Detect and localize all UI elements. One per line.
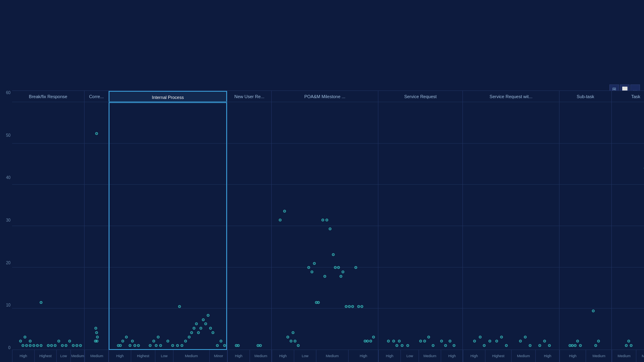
col-group: Service Request wit...HighHighestMediumH… — [463, 91, 559, 362]
grid-line — [612, 267, 644, 267]
data-dot — [21, 344, 24, 347]
grid-line — [612, 143, 644, 144]
data-dot — [453, 344, 456, 347]
grid-line — [272, 226, 378, 226]
grid-line — [85, 102, 108, 102]
data-dot — [192, 327, 195, 330]
col-header-poam-milestone[interactable]: POA&M Milestone ... — [272, 91, 378, 102]
data-dot — [354, 266, 357, 269]
grid-line — [612, 308, 644, 309]
grid-line — [272, 102, 378, 102]
x-label: High — [463, 350, 485, 362]
data-dot — [39, 301, 42, 304]
data-dot — [444, 344, 447, 347]
x-label: Medium — [586, 350, 612, 362]
data-dot — [351, 305, 354, 308]
data-dot — [283, 210, 286, 213]
x-label: Medium — [70, 350, 85, 362]
data-dot — [184, 340, 187, 343]
x-labels-row: Medium — [85, 350, 108, 362]
grid-line — [378, 143, 462, 144]
data-dot — [321, 219, 324, 222]
data-dot — [387, 340, 390, 343]
col-header-sub-task[interactable]: Sub-task — [559, 91, 611, 102]
y-axis: 0102030405060 — [0, 90, 12, 350]
data-dot — [625, 344, 627, 347]
col-body-service-request-wit: HighHighestMediumHigh — [463, 102, 559, 362]
data-dot — [548, 344, 551, 347]
data-dot — [237, 344, 240, 347]
data-dot — [32, 344, 35, 347]
x-label: High — [348, 350, 378, 362]
x-label: High — [12, 350, 34, 362]
x-label: Highest — [485, 350, 511, 362]
x-labels-row: HighMedium — [227, 350, 271, 362]
data-dot — [427, 335, 430, 338]
grid-line — [109, 308, 227, 309]
x-label: Highest — [34, 350, 56, 362]
x-label: Medium — [85, 350, 109, 362]
data-dot — [308, 266, 310, 269]
data-dot — [149, 344, 151, 347]
data-dot — [332, 253, 335, 256]
data-dot — [167, 340, 169, 343]
col-header-corre[interactable]: Corre... — [85, 91, 108, 102]
data-dot — [313, 262, 316, 265]
data-dot — [95, 327, 97, 330]
data-dot — [627, 340, 630, 343]
x-label: Medium — [316, 350, 348, 362]
x-labels-row: HighHighestMediumHigh — [463, 350, 559, 362]
data-dot — [54, 344, 57, 347]
col-body-poam-milestone: HighLowMediumHigh — [272, 102, 378, 362]
col-header-service-request-wit[interactable]: Service Request wit... — [463, 91, 559, 102]
grid-line — [109, 102, 227, 102]
col-header-internal-process[interactable]: Internal Process — [109, 91, 227, 102]
y-label: 10 — [2, 303, 10, 307]
data-dot — [157, 335, 160, 338]
grid-line — [109, 143, 227, 144]
grid-line — [227, 308, 271, 309]
data-dot — [96, 335, 99, 338]
y-label: 30 — [2, 218, 10, 222]
grid-line — [272, 143, 378, 144]
data-dot — [39, 344, 42, 347]
col-header-service-request[interactable]: Service Request — [378, 91, 462, 102]
data-dot — [398, 340, 401, 343]
data-dot — [178, 305, 181, 308]
data-dot — [576, 340, 579, 343]
x-label: Low — [155, 350, 173, 362]
data-dot — [473, 340, 476, 343]
data-dot — [200, 327, 202, 330]
data-dot — [431, 344, 434, 347]
grid-line — [109, 267, 227, 267]
data-dot — [479, 335, 482, 338]
col-header-task[interactable]: Task — [612, 91, 644, 102]
data-dot — [29, 344, 31, 347]
data-dot — [131, 340, 134, 343]
col-header-break-fix[interactable]: Break/fix Response — [12, 91, 84, 102]
x-labels-row: HighHighestLowMediumMinor — [109, 350, 227, 362]
data-dot — [155, 344, 157, 347]
data-dot — [324, 275, 326, 278]
col-body-internal-process: HighHighestLowMediumMinor — [109, 102, 227, 362]
col-group: TaskMediumMedium — [612, 91, 644, 362]
data-dot — [279, 219, 282, 222]
col-header-new-user-req[interactable]: New User Re... — [227, 91, 271, 102]
data-dot — [326, 219, 328, 222]
x-label: High — [535, 350, 559, 362]
grid-line — [12, 184, 84, 185]
data-dot — [315, 301, 318, 304]
data-dot — [291, 331, 294, 334]
data-dot — [36, 344, 39, 347]
grid-line — [85, 308, 108, 309]
grid-line — [12, 102, 84, 102]
columns-area: Break/fix ResponseHighHighestLowMediumCo… — [12, 90, 644, 362]
col-group: New User Re...HighMedium — [227, 91, 272, 362]
data-dot — [630, 344, 632, 347]
grid-line — [612, 184, 644, 185]
data-dot — [597, 340, 600, 343]
grid-line — [227, 226, 271, 226]
grid-line — [227, 143, 271, 144]
data-dot — [137, 344, 140, 347]
data-dot — [579, 344, 582, 347]
